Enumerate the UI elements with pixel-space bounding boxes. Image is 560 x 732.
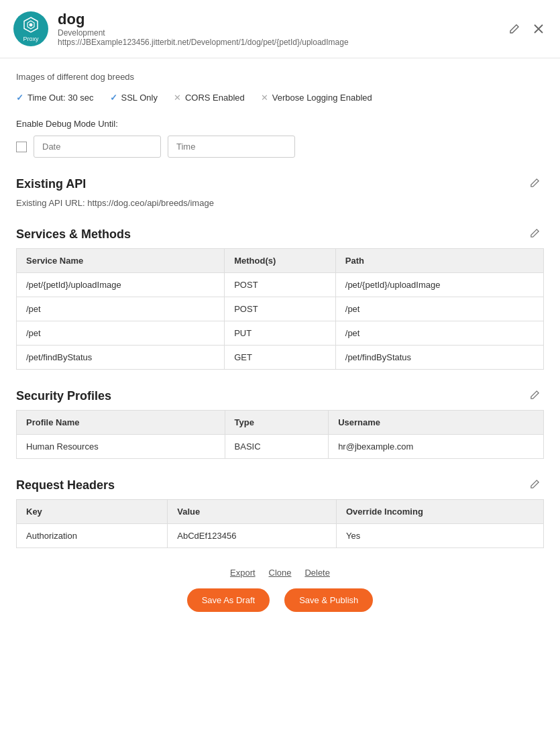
table-row: /pet/findByStatusGET/pet/findByStatus <box>17 346 544 370</box>
services-methods-header: Services & Methods <box>16 227 544 242</box>
col-profile-name: Profile Name <box>17 411 225 435</box>
debug-label: Enable Debug Mode Until: <box>16 119 544 129</box>
edit-security-button[interactable] <box>526 388 544 403</box>
bottom-actions: Export Clone Delete <box>16 567 544 578</box>
proxy-icon <box>21 15 40 34</box>
flag-timeout: ✓ Time Out: 30 sec <box>16 93 94 103</box>
security-table-header-row: Profile Name Type Username <box>17 411 544 435</box>
table-cell: /pet/findByStatus <box>17 346 225 370</box>
flag-ssl-check: ✓ <box>110 93 117 103</box>
table-cell: /pet <box>335 297 543 321</box>
debug-date-input[interactable] <box>34 136 161 158</box>
flag-ssl-label: SSL Only <box>121 93 158 103</box>
close-button[interactable] <box>530 21 547 37</box>
flag-verbose-x: ✕ <box>261 93 268 103</box>
table-cell: POST <box>225 297 336 321</box>
delete-button[interactable]: Delete <box>304 568 330 578</box>
request-headers-header: Request Headers <box>16 478 544 492</box>
table-row: /petPOST/pet <box>17 297 544 321</box>
request-headers-section: Request Headers Key Value Override Incom… <box>16 478 544 548</box>
col-service-name: Service Name <box>17 249 225 273</box>
request-headers-header-row: Key Value Override Incoming <box>17 500 544 524</box>
table-cell: hr@jbexample.com <box>329 435 544 459</box>
flag-timeout-label: Time Out: 30 sec <box>27 93 94 103</box>
table-cell: Human Resources <box>17 435 225 459</box>
flag-cors-label: CORS Enabled <box>185 93 245 103</box>
request-headers-title: Request Headers <box>16 478 115 492</box>
flag-ssl: ✓ SSL Only <box>110 93 158 103</box>
flag-cors-x: ✕ <box>174 93 181 103</box>
avatar-label: Proxy <box>23 36 38 42</box>
table-cell: /pet/{petId}/uploadImage <box>335 273 543 297</box>
header-actions <box>506 21 547 37</box>
edit-request-headers-button[interactable] <box>526 478 544 492</box>
pencil-icon <box>530 479 540 489</box>
pencil-icon <box>530 390 540 400</box>
col-key: Key <box>17 500 168 524</box>
avatar: Proxy <box>13 11 48 46</box>
services-table-header-row: Service Name Method(s) Path <box>17 249 544 273</box>
edit-services-button[interactable] <box>526 227 544 242</box>
services-methods-section: Services & Methods Service Name Method(s… <box>16 227 544 370</box>
col-username: Username <box>329 411 544 435</box>
header-info: dog Development https://JBExample123456.… <box>58 11 506 47</box>
table-cell: /pet <box>17 297 225 321</box>
flag-verbose-label: Verbose Logging Enabled <box>272 93 372 103</box>
description: Images of different dog breeds <box>16 72 544 82</box>
save-publish-button[interactable]: Save & Publish <box>284 588 373 612</box>
col-type: Type <box>225 411 329 435</box>
save-draft-button[interactable]: Save As Draft <box>187 588 270 612</box>
table-cell: PUT <box>225 321 336 346</box>
table-cell: /pet/{petId}/uploadImage <box>17 273 225 297</box>
table-cell: /pet <box>17 321 225 346</box>
col-methods: Method(s) <box>225 249 336 273</box>
cta-row: Save As Draft Save & Publish <box>16 588 544 628</box>
table-row: /pet/{petId}/uploadImagePOST/pet/{petId}… <box>17 273 544 297</box>
debug-time-input[interactable] <box>168 136 295 158</box>
table-cell: GET <box>225 346 336 370</box>
table-row: /petPUT/pet <box>17 321 544 346</box>
flag-timeout-check: ✓ <box>16 93 23 103</box>
table-cell: BASIC <box>225 435 329 459</box>
existing-api-url-text: Existing API URL: https://dog.ceo/api/br… <box>16 198 544 208</box>
debug-section: Enable Debug Mode Until: <box>16 119 544 158</box>
col-override: Override Incoming <box>336 500 543 524</box>
pencil-icon <box>530 178 540 188</box>
debug-checkbox[interactable] <box>16 142 27 152</box>
flag-cors: ✕ CORS Enabled <box>174 93 245 103</box>
edit-header-button[interactable] <box>506 21 522 37</box>
export-button[interactable]: Export <box>230 568 256 578</box>
page-title: dog <box>58 11 506 28</box>
table-cell: Yes <box>336 524 543 548</box>
request-headers-table: Key Value Override Incoming Authorizatio… <box>16 499 544 548</box>
security-table: Profile Name Type Username Human Resourc… <box>16 410 544 459</box>
col-value: Value <box>168 500 337 524</box>
security-profiles-section: Security Profiles Profile Name Type User… <box>16 388 544 459</box>
existing-api-title: Existing API <box>16 177 86 191</box>
services-methods-title: Services & Methods <box>16 227 131 242</box>
services-table: Service Name Method(s) Path /pet/{petId}… <box>16 248 544 370</box>
table-row: Human ResourcesBASIChr@jbexample.com <box>17 435 544 459</box>
existing-api-header: Existing API <box>16 176 544 191</box>
header: Proxy dog Development https://JBExample1… <box>0 0 560 58</box>
environment-label: Development <box>58 28 506 38</box>
pencil-icon <box>509 23 520 34</box>
svg-point-2 <box>30 23 33 27</box>
main-content: Images of different dog breeds ✓ Time Ou… <box>0 58 560 641</box>
debug-inputs <box>16 136 544 158</box>
header-url: https://JBExample123456.jitterbit.net/De… <box>58 38 506 47</box>
table-cell: /pet/findByStatus <box>335 346 543 370</box>
table-cell: AbCdEf123456 <box>168 524 337 548</box>
security-profiles-title: Security Profiles <box>16 389 111 403</box>
table-cell: /pet <box>335 321 543 346</box>
clone-button[interactable]: Clone <box>269 568 292 578</box>
close-icon <box>533 23 544 34</box>
col-path: Path <box>335 249 543 273</box>
edit-existing-api-button[interactable] <box>526 176 544 191</box>
flag-verbose: ✕ Verbose Logging Enabled <box>261 93 372 103</box>
table-cell: Authorization <box>17 524 168 548</box>
table-cell: POST <box>225 273 336 297</box>
pencil-icon <box>530 228 540 238</box>
existing-api-section: Existing API Existing API URL: https://d… <box>16 176 544 208</box>
security-profiles-header: Security Profiles <box>16 388 544 403</box>
